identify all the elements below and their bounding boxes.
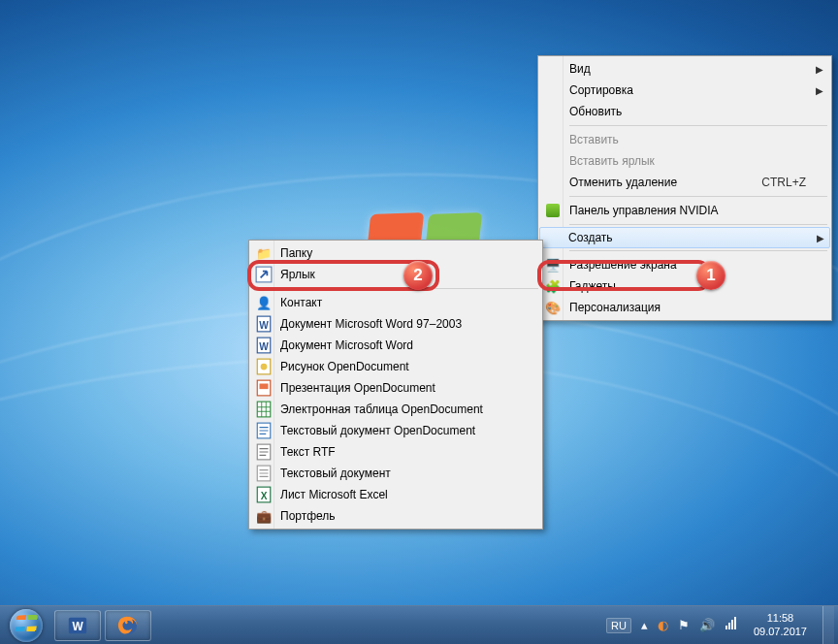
svg-point-6 [261,364,268,370]
contact-icon: 👤 [255,294,273,311]
create-submenu: 📁 Папку Ярлык 👤 Контакт W Документ Micro… [248,240,543,530]
firefox-app-icon [117,615,139,636]
desktop-context-menu: Вид ▶ Сортировка ▶ Обновить Вставить Вст… [537,55,832,321]
windows-orb-icon [10,609,43,642]
menu-item-refresh[interactable]: Обновить [540,101,829,122]
menu-item-label: Отменить удаление [569,176,677,189]
svg-text:W: W [259,320,269,331]
taskbar-clock[interactable]: 11:58 09.07.2017 [748,612,813,639]
menu-item-label: Текст RTF [280,445,336,459]
menu-item-gadgets[interactable]: 🧩 Гаджеты [540,275,829,297]
menu-item-shortcut: CTRL+Z [738,176,806,189]
show-desktop-button[interactable] [822,606,834,645]
svg-rect-21 [734,617,736,629]
svg-text:W: W [72,619,83,632]
menu-item-paste-shortcut: Вставить ярлык [540,150,829,172]
menu-item-label: Обновить [569,105,622,118]
menu-item-label: Вставить ярлык [569,154,655,168]
menu-item-personalize[interactable]: 🎨 Персонализация [540,297,829,318]
menu-separator [569,196,827,197]
menu-item-label: Лист Microsoft Excel [280,488,388,501]
menu-item-label: Вставить [569,133,619,146]
menu-separator [280,288,538,289]
menu-item-label: Документ Microsoft Word 97–2003 [280,317,462,331]
excel-doc-icon: X [255,486,273,503]
svg-text:X: X [261,491,268,501]
clock-time: 11:58 [754,612,807,626]
taskbar: W RU ▴ ◐ ⚑ 🔊 11:58 09.07.2017 [0,605,838,644]
menu-item-label: Сортировка [569,83,633,97]
menu-separator [569,250,827,251]
submenu-item-xls[interactable]: X Лист Microsoft Excel [251,484,540,505]
menu-item-label: Текстовый документ [280,467,391,480]
svg-rect-18 [725,626,727,629]
menu-item-resolution[interactable]: 🖥️ Разрешение экрана [540,254,829,275]
system-tray: RU ▴ ◐ ⚑ 🔊 11:58 09.07.2017 [606,606,838,644]
submenu-item-odt[interactable]: Текстовый документ OpenDocument [251,420,540,441]
start-button[interactable] [4,608,48,643]
menu-item-label: Персонализация [569,301,661,314]
menu-item-label: Электронная таблица OpenDocument [280,402,483,416]
menu-item-label: Вид [569,62,591,76]
submenu-item-word[interactable]: W Документ Microsoft Word [251,335,540,356]
rtf-doc-icon [255,443,273,461]
menu-separator [569,125,827,126]
submenu-item-contact[interactable]: 👤 Контакт [251,292,540,313]
nvidia-icon [544,202,562,219]
menu-item-label: Папку [280,246,312,260]
tray-chevron-icon[interactable]: ▴ [641,618,648,632]
language-indicator[interactable]: RU [606,618,631,633]
gadgets-icon: 🧩 [544,277,562,295]
taskbar-app-word[interactable]: W [54,610,101,641]
text-doc-icon [255,422,273,439]
menu-item-label: Гаджеты [569,279,616,293]
word-app-icon: W [67,615,88,636]
action-center-icon[interactable]: ⚑ [678,618,690,632]
menu-item-paste: Вставить [540,129,829,150]
menu-item-nvidia[interactable]: Панель управления NVIDIA [540,200,829,221]
word-doc-icon: W [255,315,273,333]
tray-app-icon[interactable]: ◐ [658,618,668,632]
menu-separator [569,224,827,225]
drawing-doc-icon [255,358,273,375]
submenu-arrow-icon: ▶ [816,85,823,96]
menu-item-undo-delete[interactable]: Отменить удаление CTRL+Z [540,172,829,193]
monitor-icon: 🖥️ [544,256,562,274]
personalize-icon: 🎨 [544,299,562,316]
svg-rect-20 [731,620,733,629]
menu-item-view[interactable]: Вид ▶ [540,58,829,80]
svg-rect-9 [257,402,271,417]
submenu-item-folder[interactable]: 📁 Папку [251,242,540,264]
spreadsheet-doc-icon [255,401,273,418]
volume-icon[interactable]: 🔊 [699,618,715,632]
network-icon[interactable] [725,617,738,633]
menu-item-label: Портфель [280,509,336,523]
submenu-item-ods[interactable]: Электронная таблица OpenDocument [251,399,540,420]
submenu-item-odp[interactable]: Презентация OpenDocument [251,377,540,399]
menu-item-label: Контакт [280,296,322,309]
submenu-item-shortcut[interactable]: Ярлык [251,264,540,285]
folder-icon: 📁 [255,244,273,262]
menu-item-label: Панель управления NVIDIA [569,204,719,217]
submenu-arrow-icon: ▶ [817,233,824,243]
presentation-doc-icon [255,379,273,397]
svg-rect-8 [260,384,269,390]
taskbar-app-firefox[interactable] [105,610,151,641]
menu-item-sort[interactable]: Сортировка ▶ [540,80,829,101]
menu-item-label: Создать [568,231,613,244]
submenu-item-txt[interactable]: Текстовый документ [251,463,540,484]
shortcut-icon [255,266,273,283]
svg-text:W: W [259,341,269,352]
word-doc-icon: W [255,337,273,354]
menu-item-label: Презентация OpenDocument [280,381,435,395]
submenu-item-word97[interactable]: W Документ Microsoft Word 97–2003 [251,313,540,335]
submenu-item-odg[interactable]: Рисунок OpenDocument [251,356,540,377]
menu-item-create[interactable]: Создать ▶ [539,227,830,248]
clock-date: 09.07.2017 [754,626,807,639]
submenu-item-rtf[interactable]: Текст RTF [251,441,540,463]
submenu-arrow-icon: ▶ [816,64,823,75]
submenu-item-briefcase[interactable]: 💼 Портфель [251,505,540,527]
menu-item-label: Разрешение экрана [569,258,677,272]
svg-rect-19 [728,623,730,629]
menu-item-label: Документ Microsoft Word [280,338,413,352]
